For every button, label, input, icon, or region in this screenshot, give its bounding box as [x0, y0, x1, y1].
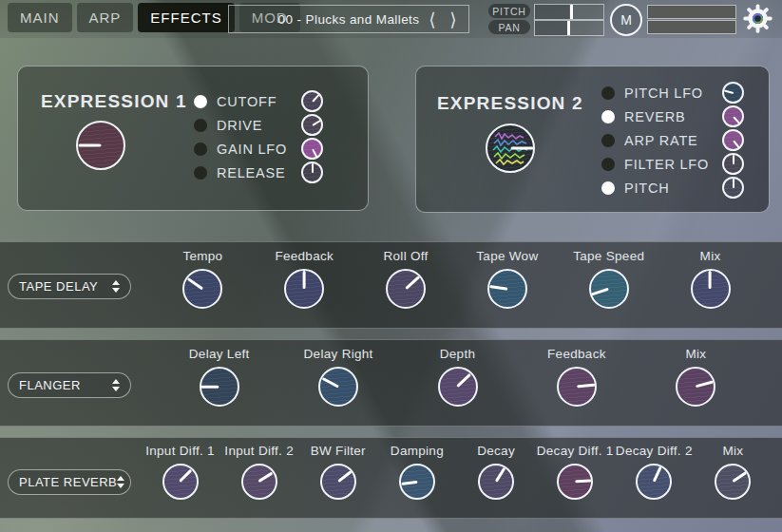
knob-pointer: [489, 285, 507, 290]
expression-target-row: GAIN LFO: [194, 137, 323, 161]
master-mute-label: M: [620, 12, 632, 28]
target-radio[interactable]: [194, 166, 207, 180]
pan-slider[interactable]: [534, 20, 604, 36]
effect-row-flanger: FLANGER Delay Left Delay Right Depth Fee…: [0, 339, 782, 427]
effect-knob[interactable]: [557, 464, 593, 500]
target-radio[interactable]: [601, 181, 615, 195]
target-label: CUTOFF: [217, 94, 277, 109]
effect-type-dropdown[interactable]: PLATE REVERB: [8, 469, 131, 495]
effect-knob[interactable]: [676, 367, 715, 407]
knob-pointer: [724, 89, 734, 93]
nav-tab[interactable]: ARP: [77, 3, 134, 32]
effect-knob-cell: Feedback: [517, 347, 636, 407]
target-knob[interactable]: [722, 177, 744, 199]
effect-row-tape-delay: TAPE DELAY Tempo Feedback Roll Off Tape …: [0, 241, 782, 329]
pan-label: PAN: [488, 20, 530, 34]
effect-knob[interactable]: [487, 269, 527, 309]
pitch-slider[interactable]: [534, 4, 604, 20]
effect-knob-label: Mix: [722, 444, 743, 458]
expression-2-knob[interactable]: [486, 124, 535, 173]
pitch-slider-thumb[interactable]: [570, 5, 573, 19]
master-mute-button[interactable]: M: [610, 4, 642, 36]
effect-knob-label: Tempo: [182, 249, 222, 263]
effect-knob[interactable]: [589, 269, 629, 309]
effect-knob[interactable]: [200, 367, 239, 407]
target-knob[interactable]: [301, 90, 323, 112]
preset-name: 00 - Plucks and Mallets: [278, 12, 420, 27]
effect-knob-cell: Delay Left: [160, 347, 278, 407]
target-label: RELEASE: [217, 165, 286, 180]
effect-knob-cell: Decay Diff. 2: [615, 444, 694, 500]
target-knob[interactable]: [722, 82, 744, 104]
effect-knob[interactable]: [557, 367, 597, 407]
knob-pointer: [312, 120, 320, 126]
effect-type-dropdown[interactable]: FLANGER: [8, 372, 131, 398]
effect-knob[interactable]: [386, 269, 426, 309]
effect-knob-label: Feedback: [547, 347, 606, 361]
dropdown-arrows-icon: [112, 280, 120, 293]
expression-target-row: PITCH LFO: [601, 81, 744, 104]
effect-knob[interactable]: [691, 269, 731, 309]
target-knob[interactable]: [301, 114, 323, 136]
target-radio[interactable]: [601, 134, 615, 147]
target-radio[interactable]: [601, 110, 615, 124]
expression-target-row: PITCH: [601, 176, 744, 200]
target-label: REVERB: [624, 109, 685, 124]
pitch-label: PITCH: [488, 4, 530, 18]
knob-pointer: [653, 466, 662, 483]
effect-knob-cell: Mix: [659, 249, 761, 309]
effect-knob[interactable]: [182, 269, 222, 309]
effect-type-dropdown[interactable]: TAPE DELAY: [8, 274, 131, 299]
settings-gear-icon[interactable]: [742, 3, 773, 34]
expression-target-row: CUTOFF: [194, 89, 323, 113]
target-radio[interactable]: [601, 86, 615, 100]
effect-knob-cell: Mix: [694, 444, 772, 500]
target-radio[interactable]: [194, 95, 207, 108]
effect-knob-label: Input Diff. 2: [224, 444, 294, 458]
pan-slider-thumb[interactable]: [567, 21, 570, 35]
knob-pointer: [258, 472, 274, 483]
knob-pointer: [337, 471, 352, 484]
effect-knob[interactable]: [478, 464, 514, 500]
nav-tab[interactable]: EFFECTS: [138, 3, 234, 32]
target-knob[interactable]: [722, 153, 744, 175]
nav-tab[interactable]: MAIN: [8, 3, 72, 32]
target-knob[interactable]: [722, 105, 744, 127]
expression-1-panel: EXPRESSION 1 CUTOFF DRIVE GAIN LFO RELEA…: [17, 66, 369, 211]
effect-type-value: PLATE REVERB: [19, 475, 117, 489]
expression-target-row: ARP RATE: [601, 128, 744, 152]
effect-type-value: FLANGER: [19, 378, 81, 392]
preset-prev-icon[interactable]: ⟨: [429, 6, 436, 32]
effect-knob-label: Decay Diff. 1: [537, 444, 614, 458]
effect-knob[interactable]: [320, 464, 356, 500]
knob-pointer: [495, 467, 505, 483]
effect-knob-label: Delay Left: [189, 347, 250, 361]
effect-knob[interactable]: [318, 367, 358, 407]
target-knob[interactable]: [301, 162, 323, 183]
preset-next-icon[interactable]: ⟩: [449, 6, 457, 32]
dropdown-arrows-icon: [112, 379, 120, 391]
effect-knob[interactable]: [399, 464, 435, 500]
effect-knob[interactable]: [438, 367, 478, 407]
knob-pointer: [312, 94, 319, 102]
effect-knob-label: Delay Right: [304, 347, 373, 361]
effect-knob[interactable]: [241, 464, 277, 500]
target-knob[interactable]: [722, 129, 744, 151]
expression-1-knob[interactable]: [76, 121, 125, 170]
knob-pointer: [733, 471, 748, 483]
top-bar: MAINARPEFFECTSMOD 00 - Plucks and Mallet…: [0, 0, 782, 38]
effect-knob[interactable]: [715, 464, 751, 500]
effect-knob[interactable]: [162, 464, 199, 500]
effect-knob-cell: BW Filter: [298, 444, 377, 500]
target-knob[interactable]: [301, 138, 323, 160]
effect-knob[interactable]: [636, 464, 672, 500]
knob-pointer: [187, 277, 203, 290]
target-radio[interactable]: [194, 142, 207, 156]
knob-pointer: [696, 381, 714, 388]
target-radio[interactable]: [194, 119, 207, 132]
target-radio[interactable]: [601, 158, 615, 171]
knob-strip: Tempo Feedback Roll Off Tape Wow Tape Sp…: [152, 242, 761, 328]
effect-knob[interactable]: [284, 269, 324, 309]
preset-selector[interactable]: 00 - Plucks and Mallets ⟨ ⟩: [228, 5, 469, 33]
knob-pointer: [510, 147, 533, 150]
